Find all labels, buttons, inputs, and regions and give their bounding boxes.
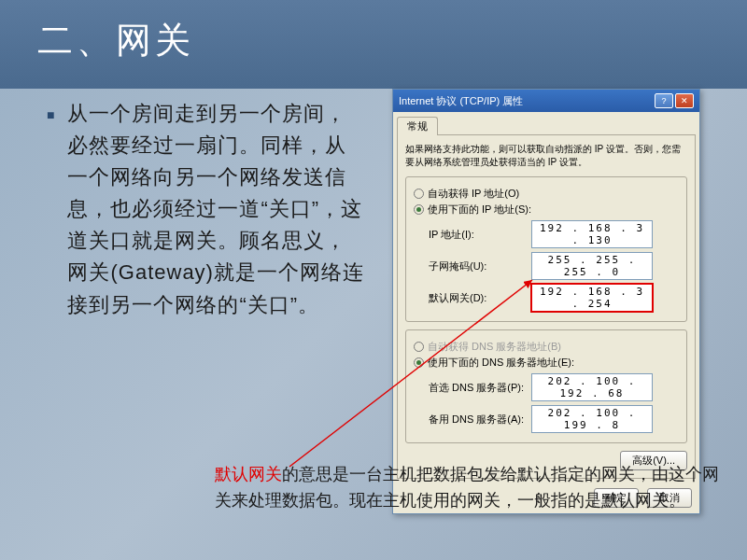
mask-label: 子网掩码(U):	[429, 259, 531, 273]
dialog-description: 如果网络支持此功能，则可以获取自动指派的 IP 设置。否则，您需要从网络系统管理…	[405, 143, 687, 169]
footer-note: 默认网关的意思是一台主机把数据包发给默认指定的网关，由这个网关来处理数据包。现在…	[215, 462, 719, 514]
tab-body: 如果网络支持此功能，则可以获取自动指派的 IP 设置。否则，您需要从网络系统管理…	[397, 134, 696, 479]
ip-group: 自动获得 IP 地址(O) 使用下面的 IP 地址(S): IP 地址(I): …	[405, 176, 687, 322]
dialog-title-text: Internet 协议 (TCP/IP) 属性	[399, 94, 655, 108]
radio-auto-ip-label: 自动获得 IP 地址(O)	[428, 187, 519, 201]
right-column: Internet 协议 (TCP/IP) 属性 ? ✕ 常规 如果网络支持此功能…	[364, 98, 719, 321]
gateway-input[interactable]: 192 . 168 . 3 . 254	[531, 284, 653, 312]
close-button[interactable]: ✕	[675, 93, 694, 108]
slide-title: 二、网关	[0, 0, 747, 89]
ip-input[interactable]: 192 . 168 . 3 . 130	[531, 220, 653, 248]
radio-use-ip[interactable]: 使用下面的 IP 地址(S):	[414, 203, 679, 217]
radio-use-dns-label: 使用下面的 DNS 服务器地址(E):	[428, 356, 574, 370]
radio-auto-dns: 自动获得 DNS 服务器地址(B)	[414, 340, 679, 354]
radio-auto-dns-label: 自动获得 DNS 服务器地址(B)	[428, 340, 561, 354]
radio-auto-ip[interactable]: 自动获得 IP 地址(O)	[414, 187, 679, 201]
mask-input[interactable]: 255 . 255 . 255 . 0	[531, 252, 653, 280]
tab-strip: 常规	[393, 112, 699, 134]
radio-use-dns[interactable]: 使用下面的 DNS 服务器地址(E):	[414, 356, 679, 370]
dns1-input[interactable]: 202 . 100 . 192 . 68	[531, 373, 653, 401]
gateway-label: 默认网关(D):	[429, 291, 531, 305]
dialog-titlebar: Internet 协议 (TCP/IP) 属性 ? ✕	[393, 90, 699, 112]
help-button[interactable]: ?	[655, 93, 673, 108]
radio-use-ip-label: 使用下面的 IP 地址(S):	[428, 203, 531, 217]
content-area: ■ 从一个房间走到另一个房间，必然要经过一扇门。同样，从一个网络向另一个网络发送…	[0, 89, 747, 321]
dns2-label: 备用 DNS 服务器(A):	[429, 413, 531, 427]
main-paragraph: 从一个房间走到另一个房间，必然要经过一扇门。同样，从一个网络向另一个网络发送信息…	[67, 98, 364, 321]
left-column: ■ 从一个房间走到另一个房间，必然要经过一扇门。同样，从一个网络向另一个网络发送…	[47, 98, 364, 321]
bullet-icon: ■	[47, 107, 54, 321]
footer-rest: 的意思是一台主机把数据包发给默认指定的网关，由这个网关来处理数据包。现在主机使用…	[215, 465, 719, 510]
footer-red-term: 默认网关	[215, 465, 282, 483]
tab-general[interactable]: 常规	[397, 117, 438, 135]
dns1-label: 首选 DNS 服务器(P):	[429, 381, 531, 395]
dns2-input[interactable]: 202 . 100 . 199 . 8	[531, 405, 653, 433]
ip-label: IP 地址(I):	[429, 228, 531, 242]
dns-group: 自动获得 DNS 服务器地址(B) 使用下面的 DNS 服务器地址(E): 首选…	[405, 329, 687, 443]
tcpip-dialog: Internet 协议 (TCP/IP) 属性 ? ✕ 常规 如果网络支持此功能…	[392, 89, 700, 514]
